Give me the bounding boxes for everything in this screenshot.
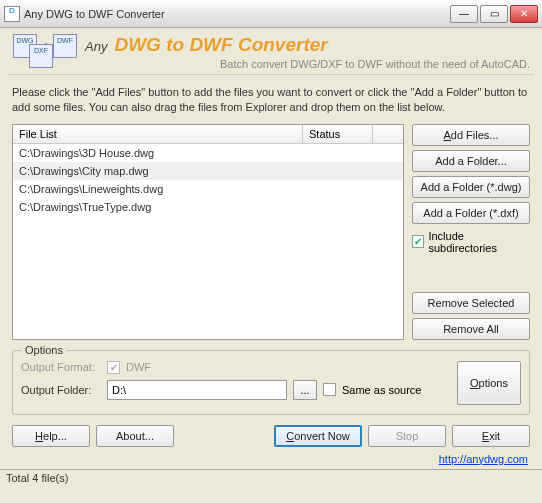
help-button[interactable]: Help... [12,425,90,447]
about-button[interactable]: About... [96,425,174,447]
intro-text: Please click the "Add Files" button to a… [0,75,542,124]
dxf-icon: DXF [29,44,53,68]
dwf-icon: DWF [53,34,77,58]
options-group: Options Output Format: ✔ DWF Output Fold… [12,350,530,415]
status-bar: Total 4 file(s) [0,469,542,489]
same-as-source-checkbox[interactable] [323,383,336,396]
header-any: Any [85,39,107,54]
remove-selected-button[interactable]: Remove Selected [412,292,530,314]
header-icons: DWG ➔ DWF DXF [12,34,79,58]
output-format-label: Output Format: [21,361,101,373]
list-header: File List Status [13,125,403,144]
list-item[interactable]: C:\Drawings\Lineweights.dwg [13,180,403,198]
col-status[interactable]: Status [303,125,373,143]
output-folder-label: Output Folder: [21,384,101,396]
close-button[interactable]: ✕ [510,5,538,23]
app-icon: D [4,6,20,22]
options-button[interactable]: Options [457,361,521,405]
include-sub-checkbox[interactable]: ✔ [412,235,424,248]
same-as-source-label: Same as source [342,384,421,396]
list-item[interactable]: C:\Drawings\TrueType.dwg [13,198,403,216]
include-sub-row[interactable]: ✔ Include subdirectories [412,230,530,254]
remove-all-button[interactable]: Remove All [412,318,530,340]
convert-button[interactable]: Convert Now [274,425,362,447]
add-folder-dwg-button[interactable]: Add a Folder (*.dwg) [412,176,530,198]
add-files-button[interactable]: Add Files... [412,124,530,146]
col-extra [373,125,403,143]
add-files-label: dd Files... [451,129,499,141]
add-folder-button[interactable]: Add a Folder... [412,150,530,172]
maximize-button[interactable]: ▭ [480,5,508,23]
stop-button: Stop [368,425,446,447]
website-link[interactable]: http://anydwg.com [439,453,528,465]
output-folder-input[interactable] [107,380,287,400]
dwf-label: DWF [126,361,151,373]
list-item[interactable]: C:\Drawings\3D House.dwg [13,144,403,162]
minimize-button[interactable]: — [450,5,478,23]
dwf-checkbox: ✔ [107,361,120,374]
titlebar: D Any DWG to DWF Converter — ▭ ✕ [0,0,542,28]
add-folder-dxf-button[interactable]: Add a Folder (*.dxf) [412,202,530,224]
col-file[interactable]: File List [13,125,303,143]
options-legend: Options [21,344,67,356]
window-title: Any DWG to DWF Converter [24,8,448,20]
list-item[interactable]: C:\Drawings\City map.dwg [13,162,403,180]
file-list[interactable]: File List Status C:\Drawings\3D House.dw… [12,124,404,340]
header-subtitle: Batch convert DWG/DXF to DWF without the… [85,58,530,70]
browse-button[interactable]: ... [293,380,317,400]
header-title: DWG to DWF Converter [114,34,327,55]
header: DWG ➔ DWF DXF Any DWG to DWF Converter B… [0,28,542,74]
exit-button[interactable]: Exit [452,425,530,447]
include-sub-label: Include subdirectories [428,230,530,254]
